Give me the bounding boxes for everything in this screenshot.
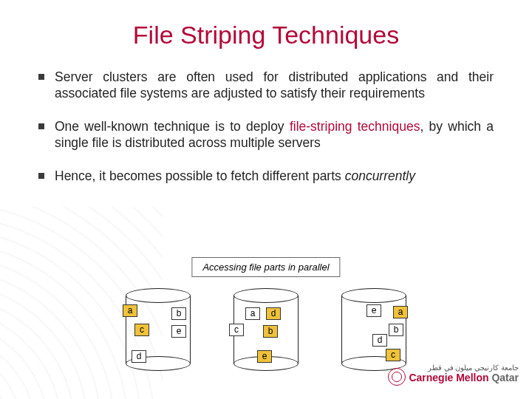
footer-logo: جامعة كارنيجي ميلون في قطر Carnegie Mell… xyxy=(389,364,519,392)
block-d: d xyxy=(132,350,146,363)
brand-main: Carnegie Mellon xyxy=(409,372,488,383)
bullet-2: One well-known technique is to deploy fi… xyxy=(38,118,494,151)
highlight-text: file-striping techniques xyxy=(290,119,420,134)
bullet-text: Server clusters are often used for distr… xyxy=(55,69,494,102)
cylinder-top xyxy=(126,288,191,303)
cylinder-row: a b c e d a d c b e e a b d c xyxy=(126,288,406,371)
block-a: a xyxy=(123,304,137,317)
cylinder-top xyxy=(233,288,299,303)
block-e: e xyxy=(171,325,186,338)
bullet-marker xyxy=(38,173,44,179)
content-area: Server clusters are often used for distr… xyxy=(0,50,532,184)
logo-arabic-text: جامعة كارنيجي ميلون في قطر xyxy=(389,364,519,372)
block-b: b xyxy=(263,325,278,338)
text-fragment: Hence, it becomes possible to fetch diff… xyxy=(55,168,345,183)
logo-brand-text: Carnegie Mellon Qatar xyxy=(389,372,519,383)
cylinder-top xyxy=(341,288,406,303)
block-e: e xyxy=(366,304,381,317)
bullet-marker xyxy=(38,74,44,80)
emphasis-text: concurrently xyxy=(345,168,415,183)
block-a: a xyxy=(245,307,260,320)
cylinder-1: a b c e d xyxy=(126,288,191,371)
logo-seal-icon xyxy=(388,368,406,386)
brand-sub: Qatar xyxy=(491,372,519,383)
block-c: c xyxy=(386,349,400,361)
bullet-marker xyxy=(38,123,44,129)
block-b: b xyxy=(171,307,186,320)
page-title: File Striping Techniques xyxy=(0,0,532,50)
bullet-1: Server clusters are often used for distr… xyxy=(38,69,494,102)
cylinder-3: e a b d c xyxy=(341,288,406,371)
block-c: c xyxy=(134,324,149,336)
diagram-caption: Accessing file parts in parallel xyxy=(191,257,340,277)
block-a: a xyxy=(393,306,408,318)
block-c: c xyxy=(229,324,244,336)
text-fragment: One well-known technique is to deploy xyxy=(55,119,290,134)
block-b: b xyxy=(389,324,403,336)
block-e: e xyxy=(257,350,272,363)
block-d: d xyxy=(372,334,387,347)
bullet-text: Hence, it becomes possible to fetch diff… xyxy=(55,168,415,184)
block-d: d xyxy=(266,307,281,320)
bullet-3: Hence, it becomes possible to fetch diff… xyxy=(38,168,494,184)
cylinder-2: a d c b e xyxy=(233,288,299,371)
bullet-text: One well-known technique is to deploy fi… xyxy=(55,118,494,151)
